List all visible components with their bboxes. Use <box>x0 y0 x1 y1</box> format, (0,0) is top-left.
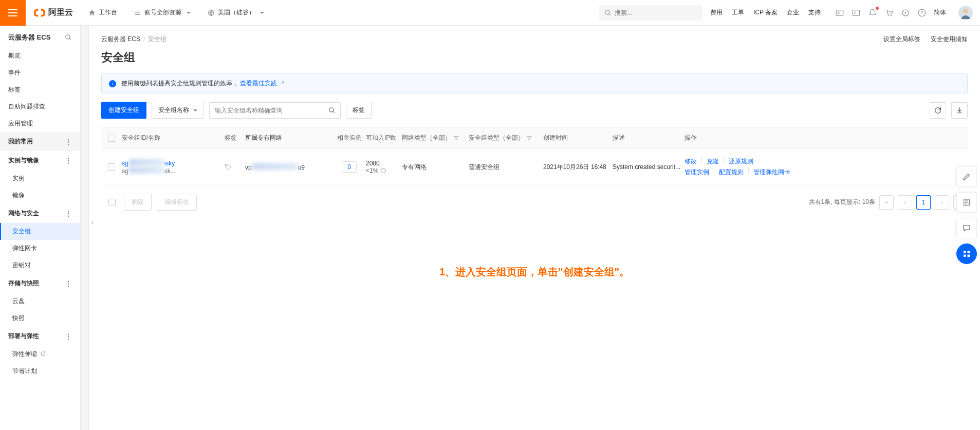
more-icon[interactable]: ⋮ <box>65 138 72 146</box>
sidebar-item-savingsplan[interactable]: 节省计划 <box>0 363 80 380</box>
notification-icon[interactable] <box>868 8 877 17</box>
float-chat-button[interactable] <box>956 218 977 238</box>
user-avatar[interactable] <box>958 6 973 20</box>
best-practice-link[interactable]: 查看最佳实践 <box>240 80 284 87</box>
select-all-checkbox[interactable] <box>108 135 115 142</box>
global-search[interactable] <box>599 5 702 21</box>
header-link-enterprise[interactable]: 企业 <box>787 8 799 17</box>
sidebar-section-storage[interactable]: 存储与快照 ⋮ <box>0 274 80 293</box>
ip-count: 2000 <box>366 160 402 167</box>
filter-icon[interactable] <box>453 135 459 141</box>
th-vpc: 所属专有网络 <box>245 134 332 142</box>
sidebar-item-disk[interactable]: 云盘 <box>0 293 80 310</box>
op-restore-rules[interactable]: 还原规则 <box>729 156 753 167</box>
cart-icon[interactable] <box>884 8 894 17</box>
collapse-sidebar-toggle[interactable]: ‹ <box>89 216 96 226</box>
header-link-support[interactable]: 支持 <box>808 8 821 17</box>
sidebar-item-appmgmt[interactable]: 应用管理 <box>0 115 80 132</box>
filter-name-dropdown[interactable]: 安全组名称 <box>152 102 204 119</box>
search-icon[interactable] <box>65 34 72 41</box>
edit-tags-button[interactable]: 编辑标签 <box>157 194 197 211</box>
tag-filter-button[interactable]: 标签 <box>346 102 372 119</box>
notification-badge <box>876 7 879 10</box>
ip-percent: <1% <box>366 167 402 174</box>
svg-point-4 <box>887 15 889 16</box>
security-usage-link[interactable]: 安全使用须知 <box>931 35 968 44</box>
float-docs-button[interactable] <box>956 192 977 213</box>
breadcrumb-root[interactable]: 云服务器 ECS <box>101 35 140 44</box>
select-all-bottom-checkbox[interactable] <box>108 199 116 206</box>
more-icon[interactable]: ⋮ <box>65 210 72 218</box>
workbench-link[interactable]: 工作台 <box>81 0 125 26</box>
region-dropdown[interactable]: 美国（硅谷） <box>200 0 272 26</box>
create-security-group-button[interactable]: 创建安全组 <box>101 102 146 119</box>
page-next[interactable]: › <box>935 195 949 210</box>
table-header-row: 安全组ID/名称 标签 所属专有网络 相关实例 可加入IP数 网络类型（全部） … <box>101 127 968 149</box>
page-1[interactable]: 1 <box>916 195 931 210</box>
sidebar-section-network[interactable]: 网络与安全 ⋮ <box>0 204 80 223</box>
row-checkbox[interactable] <box>108 163 115 171</box>
sidebar-item-securitygroup[interactable]: 安全组 <box>0 223 80 240</box>
nettype-text: 专有网络 <box>402 163 469 172</box>
security-group-search-input[interactable] <box>210 103 323 118</box>
cloud-shell-icon[interactable] <box>835 8 844 17</box>
sidebar-item-selfhelp[interactable]: 自助问题排查 <box>0 98 80 115</box>
sidebar-section-instances[interactable]: 实例与镜像 ⋮ <box>0 151 80 170</box>
language-switch[interactable]: 简体 <box>934 8 946 17</box>
grid-icon <box>962 249 971 258</box>
svg-point-14 <box>226 165 227 166</box>
th-nettype[interactable]: 网络类型（全部） <box>402 134 469 142</box>
more-icon[interactable]: ⋮ <box>65 157 72 165</box>
sidebar-item-instance[interactable]: 实例 <box>0 170 80 187</box>
op-manage-eni[interactable]: 管理弹性网卡 <box>753 167 790 178</box>
sidebar-scroll-gutter[interactable] <box>81 26 89 430</box>
page-first[interactable]: « <box>879 195 894 210</box>
sidebar-item-eni[interactable]: 弹性网卡 <box>0 240 80 257</box>
sidebar-item-overview[interactable]: 概览 <box>0 47 80 64</box>
op-modify[interactable]: 修改 <box>685 156 697 167</box>
sidebar: 云服务器 ECS 概览 事件 标签 自助问题排查 应用管理 我的常用 ⋮ 实例与… <box>0 26 81 430</box>
refresh-icon <box>934 106 942 115</box>
sidebar-item-autoscale[interactable]: 弹性伸缩 <box>0 346 80 363</box>
sidebar-item-keypair[interactable]: 密钥对 <box>0 257 80 274</box>
op-manage-instances[interactable]: 管理实例 <box>685 167 709 178</box>
scan-icon[interactable] <box>901 8 910 17</box>
float-edit-button[interactable] <box>956 166 977 187</box>
header-link-fees[interactable]: 费用 <box>710 8 723 17</box>
filter-icon[interactable] <box>526 135 532 141</box>
globe-icon <box>208 9 215 16</box>
delete-button[interactable]: 删除 <box>124 194 152 211</box>
page-prev[interactable]: ‹ <box>898 195 912 210</box>
header-link-tickets[interactable]: 工单 <box>732 8 744 17</box>
search-button[interactable] <box>323 103 340 118</box>
sg-id-link[interactable]: sgisky <box>122 159 219 167</box>
sidebar-section-deploy[interactable]: 部署与弹性 ⋮ <box>0 327 80 346</box>
logo[interactable]: 阿里云 <box>26 7 81 18</box>
terminal-icon[interactable] <box>852 8 861 17</box>
more-icon[interactable]: ⋮ <box>65 332 72 341</box>
svg-point-7 <box>905 12 907 13</box>
sidebar-product-title: 云服务器 ECS <box>0 26 80 47</box>
global-search-input[interactable] <box>615 9 697 16</box>
pagination: 共有1条, 每页显示: 10条 « ‹ 1 › » <box>809 195 968 210</box>
download-button[interactable] <box>951 102 968 119</box>
set-global-tag-link[interactable]: 设置全局标签 <box>883 35 920 44</box>
tutorial-caption: 1、进入安全组页面，单击"创建安全组"。 <box>89 219 980 289</box>
instance-count-badge[interactable]: 0 <box>342 161 357 173</box>
sidebar-item-snapshot[interactable]: 快照 <box>0 310 80 327</box>
tag-icon[interactable] <box>225 163 232 171</box>
help-icon[interactable]: ? <box>917 8 927 17</box>
float-apps-button[interactable] <box>956 244 977 264</box>
more-icon[interactable]: ⋮ <box>65 279 72 288</box>
th-sgtype[interactable]: 安全组类型（全部） <box>469 134 543 142</box>
account-resources-dropdown[interactable]: 账号全部资源 <box>127 0 198 26</box>
sidebar-item-events[interactable]: 事件 <box>0 64 80 81</box>
op-configure-rules[interactable]: 配置规则 <box>719 167 744 178</box>
op-clone[interactable]: 克隆 <box>707 156 719 167</box>
sidebar-item-image[interactable]: 镜像 <box>0 187 80 204</box>
sidebar-item-tags[interactable]: 标签 <box>0 81 80 98</box>
refresh-button[interactable] <box>930 102 946 119</box>
sidebar-my-common[interactable]: 我的常用 ⋮ <box>0 132 80 151</box>
menu-toggle-button[interactable] <box>0 0 26 26</box>
header-link-icp[interactable]: ICP 备案 <box>753 8 778 17</box>
